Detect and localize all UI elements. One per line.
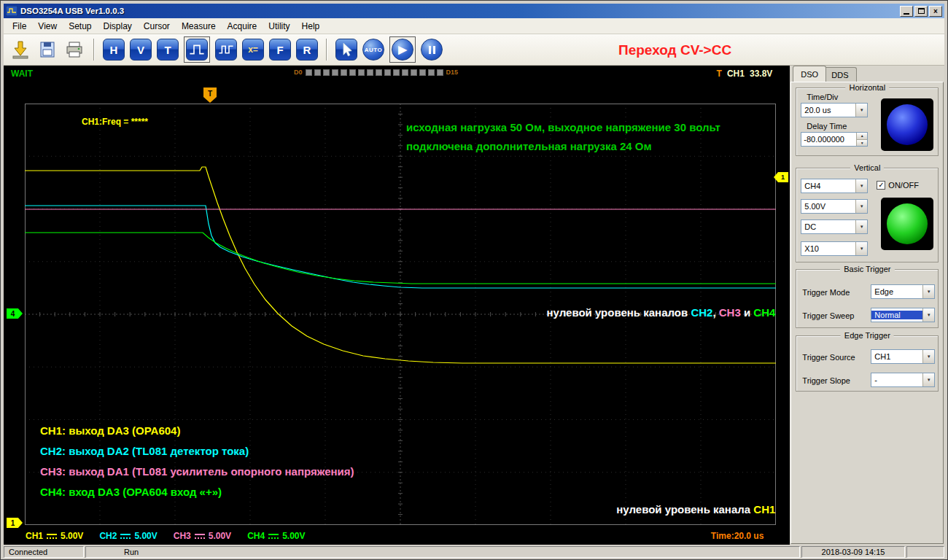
trigger-slope-label: Trigger Slope xyxy=(802,376,850,385)
tab-dds[interactable]: DDS xyxy=(823,67,856,82)
print-button[interactable] xyxy=(63,39,85,61)
timediv-label: Time/Div xyxy=(807,93,838,101)
horizontal-button[interactable]: H xyxy=(103,39,125,61)
dc-coupling-icon xyxy=(268,533,279,540)
chevron-down-icon[interactable]: ▼ xyxy=(855,242,867,255)
trigger-button[interactable]: T xyxy=(157,39,179,61)
ref-button[interactable]: R xyxy=(296,39,318,61)
menu-item-measure[interactable]: Measure xyxy=(176,20,222,33)
vertical-group: Vertical CH4 ▼ ✓ ON/OFF 5.00V ▼ DC xyxy=(796,168,939,262)
trigger-sweep-label: Trigger Sweep xyxy=(802,311,854,320)
fft-button[interactable]: F xyxy=(269,39,291,61)
d3-indicator xyxy=(332,69,338,76)
load-annotation-line2: подключена дополнительная нагрузка 24 Ом xyxy=(406,137,720,156)
pause-button[interactable] xyxy=(421,39,443,61)
menu-item-help[interactable]: Help xyxy=(296,20,326,33)
minimize-button[interactable] xyxy=(900,6,913,17)
digital-indicators-squares xyxy=(306,69,443,76)
cursor-button[interactable] xyxy=(335,39,357,61)
trigger-source-select[interactable]: CH1 ▼ xyxy=(871,349,935,364)
chevron-down-icon[interactable]: ▼ xyxy=(855,179,867,192)
vertical-knob[interactable] xyxy=(887,203,928,244)
maximize-button[interactable] xyxy=(914,6,928,17)
trigger-sweep-select[interactable]: Normal ▼ xyxy=(871,308,935,322)
chevron-down-icon[interactable]: ▼ xyxy=(855,220,867,233)
run-button[interactable]: ▶ xyxy=(392,39,413,61)
d7-indicator xyxy=(367,69,373,76)
trigger-position-marker[interactable]: T xyxy=(203,88,217,103)
zero-level-ch234-label: нулевой уровень каналов CH2, CH3 и CH4 xyxy=(547,306,776,319)
chevron-down-icon[interactable]: ▼ xyxy=(855,200,867,213)
menu-item-display[interactable]: Display xyxy=(98,20,138,33)
vertical-button[interactable]: V xyxy=(130,39,152,61)
single-pulse-button[interactable] xyxy=(186,39,208,61)
d4-indicator xyxy=(341,69,347,76)
timediv-value: 20.0 us xyxy=(801,106,855,114)
d2-indicator xyxy=(323,69,330,76)
menu-item-file[interactable]: File xyxy=(7,20,32,33)
math-button[interactable]: x= xyxy=(242,39,264,61)
dso-panel-page: Horizontal Time/Div 20.0 us ▼ Delay Time… xyxy=(790,82,944,544)
chevron-down-icon[interactable]: ▼ xyxy=(922,308,934,322)
pulse-train-button[interactable] xyxy=(215,39,237,61)
menu-item-setup[interactable]: Setup xyxy=(63,20,97,33)
pause-icon xyxy=(433,46,435,54)
save-button[interactable] xyxy=(36,39,58,61)
horizontal-knob[interactable] xyxy=(887,104,928,145)
spin-up-icon[interactable]: ▲ xyxy=(857,133,867,140)
menu-item-view[interactable]: View xyxy=(32,20,63,33)
trigger-slope-select[interactable]: - ▼ xyxy=(871,373,935,387)
app-window: DSO3254A USB Ver1.0.0.3 × FileViewSetupD… xyxy=(0,0,948,560)
checkmark-icon: ✓ xyxy=(877,181,885,190)
horizontal-knob-recess xyxy=(881,98,933,151)
spin-down-icon[interactable]: ▼ xyxy=(857,140,867,147)
scope-footer-channels: CH15.00VCH25.00VCH35.00VCH45.00V xyxy=(26,531,306,541)
menu-item-cursor[interactable]: Cursor xyxy=(138,20,176,33)
status-run-cell: Run xyxy=(85,546,800,558)
load-annotation-line1: исходная нагрузка 50 Ом, выходное напряж… xyxy=(406,118,720,137)
chevron-down-icon[interactable]: ▼ xyxy=(922,350,934,363)
chevron-down-icon[interactable]: ▼ xyxy=(922,373,934,386)
printer-icon xyxy=(65,40,84,59)
chevron-down-icon[interactable]: ▼ xyxy=(922,285,934,298)
basic-trigger-group: Basic Trigger Trigger Mode Edge ▼ Trigge… xyxy=(796,269,939,328)
edge-trigger-group: Edge Trigger Trigger Source CH1 ▼ Trigge… xyxy=(796,335,939,392)
trigger-mode-value: Edge xyxy=(871,287,922,296)
channel-select[interactable]: CH4 ▼ xyxy=(801,179,868,193)
channel-value: CH4 xyxy=(801,182,855,190)
menu-item-utility[interactable]: Utility xyxy=(263,20,295,33)
import-button[interactable] xyxy=(9,39,31,61)
delay-time-spinner[interactable]: -80.000000 ▲▼ xyxy=(801,132,868,147)
probe-select[interactable]: X10 ▼ xyxy=(801,241,868,256)
basic-trigger-title: Basic Trigger xyxy=(840,265,894,273)
channel-onoff-checkbox[interactable]: ✓ ON/OFF xyxy=(877,181,919,190)
square-wave-icon xyxy=(217,41,235,58)
scale-select[interactable]: 5.00V ▼ xyxy=(801,199,868,214)
toolbar: H V T x= F R AUTO ▶ Переход xyxy=(4,34,944,66)
ch4-zero-marker[interactable]: 4 xyxy=(7,308,23,319)
footer-ch2: CH25.00V xyxy=(99,531,157,541)
d8-indicator xyxy=(376,69,382,76)
timediv-select[interactable]: 20.0 us ▼ xyxy=(801,103,868,117)
trigger-mode-select[interactable]: Edge ▼ xyxy=(871,284,935,299)
trigger-source-label: Trigger Source xyxy=(802,353,855,362)
trigger-mode-label: Trigger Mode xyxy=(802,288,850,297)
menu-item-acquire[interactable]: Acquire xyxy=(222,20,263,33)
scope-screen[interactable]: T 1 4 1 CH1:Freq = ***** исходная нагруз… xyxy=(4,82,790,527)
zero-level-ch1-label: нулевой уровень канала CH1 xyxy=(616,503,775,516)
status-extra-cell xyxy=(906,546,944,558)
coupling-select[interactable]: DC ▼ xyxy=(801,219,868,234)
load-annotation: исходная нагрузка 50 Ом, выходное напряж… xyxy=(406,118,720,156)
ch1-zero-marker[interactable]: 1 xyxy=(7,518,23,528)
titlebar[interactable]: DSO3254A USB Ver1.0.0.3 × xyxy=(4,4,944,18)
chevron-down-icon[interactable]: ▼ xyxy=(855,104,867,117)
tab-dso[interactable]: DSO xyxy=(793,66,826,82)
close-button[interactable]: × xyxy=(929,6,942,17)
vertical-knob-recess xyxy=(881,198,933,250)
toolbar-annotation: Переход CV->CC xyxy=(618,42,731,58)
trigger-level-marker[interactable]: 1 xyxy=(774,172,788,182)
channel-descriptions: CH1: выход DA3 (OPA604)CH2: выход DA2 (T… xyxy=(40,424,354,506)
auto-button[interactable]: AUTO xyxy=(362,39,384,61)
d14-indicator xyxy=(428,69,435,76)
channel-description-2: CH2: выход DA2 (TL081 детектор тока) xyxy=(40,445,354,465)
